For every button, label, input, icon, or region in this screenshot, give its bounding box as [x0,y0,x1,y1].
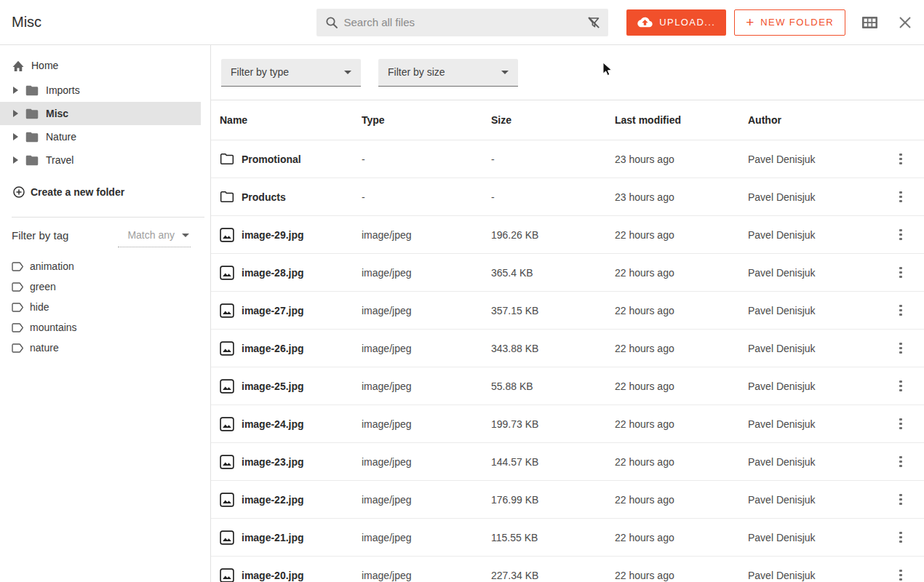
tag-label: mountains [30,322,77,333]
close-icon[interactable] [898,15,912,30]
table-row[interactable]: image-21.jpg image/jpeg 115.55 KB 22 hou… [211,519,924,557]
chevron-down-icon [501,71,509,74]
file-type: - [362,191,491,203]
tag-filter-header: Filter by tag Match any [12,229,191,247]
tag-icon [12,343,24,354]
expand-caret-icon[interactable] [13,156,19,164]
tag-list: animation green hide [0,256,210,358]
row-actions-menu-icon[interactable] [896,378,905,395]
search-input[interactable] [344,16,586,28]
row-actions-menu-icon[interactable] [896,415,905,433]
file-size: 357.15 KB [491,305,615,316]
image-file-icon [220,303,234,318]
table-body: Promotional - - 23 hours ago Pavel Denis… [211,140,924,582]
table-row[interactable]: image-24.jpg image/jpeg 199.73 KB 22 hou… [211,405,924,443]
match-mode-select[interactable]: Match any [118,229,191,247]
tag-label: hide [30,301,49,313]
tag-item[interactable]: green [0,276,210,297]
image-file-icon [220,228,234,242]
image-file-icon [220,530,234,545]
table-header: Name Type Size Last modified Author [211,100,924,140]
table-row[interactable]: image-22.jpg image/jpeg 176.99 KB 22 hou… [211,481,924,519]
row-actions-menu-icon[interactable] [896,302,905,319]
expand-caret-icon[interactable] [13,110,19,117]
expand-caret-icon[interactable] [13,87,19,94]
table-row[interactable]: image-20.jpg image/jpeg 227.34 KB 22 hou… [211,557,924,582]
row-actions-menu-icon[interactable] [896,529,905,546]
sidebar-item-home[interactable]: Home [0,54,210,77]
search-bar [316,9,608,36]
column-header-size: Size [491,114,615,126]
sidebar: Home Imports [0,45,211,582]
filter-by-tag-title: Filter by tag [12,229,68,242]
file-size: 343.88 KB [491,343,615,354]
grid-view-icon[interactable] [862,17,877,28]
table-row[interactable]: image-23.jpg image/jpeg 144.57 KB 22 hou… [211,443,924,481]
file-modified: 22 hours ago [615,532,748,543]
sidebar-folder-item[interactable]: Imports [0,79,201,102]
upload-button[interactable]: UPLOAD... [626,9,726,36]
main-content: Filter by type Filter by size Name Type … [211,45,924,582]
file-name: image-24.jpg [242,418,304,430]
upload-button-label: UPLOAD... [659,17,715,28]
tag-item[interactable]: nature [0,338,210,358]
tag-item[interactable]: hide [0,297,210,317]
table-row[interactable]: image-27.jpg image/jpeg 357.15 KB 22 hou… [211,292,924,330]
file-author: Pavel Denisjuk [748,570,877,581]
image-file-icon [220,493,234,507]
table-row[interactable]: image-26.jpg image/jpeg 343.88 KB 22 hou… [211,330,924,367]
sidebar-home-label: Home [31,60,58,71]
table-row[interactable]: Products - - 23 hours ago Pavel Denisjuk [211,178,924,216]
image-file-icon [220,379,234,394]
sidebar-folder-item[interactable]: Travel [0,148,201,172]
file-size: - [491,154,615,165]
sidebar-folder-label: Imports [46,84,80,96]
page-title: Misc [12,14,316,31]
file-size: - [491,191,615,203]
row-actions-menu-icon[interactable] [896,567,905,582]
file-name: Products [242,191,286,203]
tag-label: animation [30,260,74,272]
filter-off-icon[interactable] [586,15,601,30]
sidebar-folder-item[interactable]: Nature [0,125,201,148]
new-folder-button[interactable]: + NEW FOLDER [734,9,845,36]
file-size: 115.55 KB [491,532,615,543]
file-type: image/jpeg [362,229,491,241]
expand-caret-icon[interactable] [13,133,19,140]
sidebar-folder-label: Nature [46,131,76,143]
tag-icon [12,261,24,272]
table-row[interactable]: image-25.jpg image/jpeg 55.88 KB 22 hour… [211,367,924,405]
tag-item[interactable]: mountains [0,317,210,338]
create-folder-label: Create a new folder [31,186,124,198]
file-type: image/jpeg [362,380,491,392]
row-actions-menu-icon[interactable] [896,151,905,168]
image-file-icon [220,455,234,469]
row-actions-menu-icon[interactable] [896,340,905,357]
topbar-actions: UPLOAD... + NEW FOLDER [608,9,913,36]
row-actions-menu-icon[interactable] [896,264,905,282]
row-actions-menu-icon[interactable] [896,188,905,206]
file-size: 227.34 KB [491,570,615,581]
new-folder-button-label: NEW FOLDER [760,17,834,28]
image-file-icon [220,341,234,356]
table-row[interactable]: image-28.jpg image/jpeg 365.4 KB 22 hour… [211,254,924,292]
create-folder-button[interactable]: Create a new folder [13,180,210,204]
column-header-type: Type [362,114,491,126]
folder-icon [25,85,39,96]
filter-by-size-dropdown[interactable]: Filter by size [378,59,518,87]
filter-by-type-label: Filter by type [231,66,289,78]
column-header-author: Author [748,114,877,126]
row-actions-menu-icon[interactable] [896,226,905,244]
row-actions-menu-icon[interactable] [896,491,905,509]
tag-item[interactable]: animation [0,256,210,276]
table-row[interactable]: Promotional - - 23 hours ago Pavel Denis… [211,140,924,178]
filter-by-type-dropdown[interactable]: Filter by type [221,59,361,87]
sidebar-folder-label: Travel [46,154,73,166]
file-name: image-28.jpg [242,267,304,279]
sidebar-folder-item[interactable]: Misc [0,102,201,125]
row-actions-menu-icon[interactable] [896,453,905,471]
file-name: Promotional [242,154,301,165]
table-row[interactable]: image-29.jpg image/jpeg 196.26 KB 22 hou… [211,216,924,254]
file-size: 55.88 KB [491,380,615,392]
filter-by-size-label: Filter by size [388,66,445,78]
